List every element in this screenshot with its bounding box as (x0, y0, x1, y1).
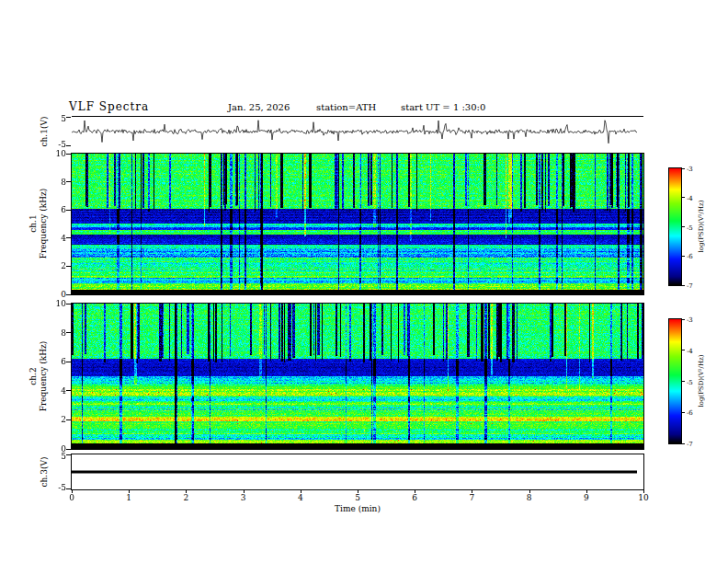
xtick-label: 8 (520, 493, 539, 502)
xtick-label: 0 (63, 493, 81, 502)
spec1-ytick-label: 10 (42, 149, 66, 158)
xtick-mark (129, 489, 130, 493)
ch1-spec-ylabel: ch.1 Frequency (kHz) (28, 189, 49, 259)
colorbar-1-tick-label: -4 (687, 194, 693, 203)
spec2-ytick-mark (66, 362, 71, 362)
colorbar-2-canvas (668, 318, 682, 444)
spec2-ytick-mark (66, 304, 71, 304)
ch3-waveform-canvas (71, 454, 644, 490)
figure-title: VLF Spectra (69, 100, 149, 113)
spec1-ytick-label: 4 (42, 234, 66, 243)
ch1-waveform-canvas (72, 116, 643, 146)
xtick-label: 1 (119, 493, 138, 502)
wave1-ytick-bottom-mark (66, 145, 71, 146)
wave1-ytick-top-label: 5 (42, 114, 66, 123)
xtick-mark (529, 489, 530, 493)
wave3-ytick-top-label: 5 (42, 452, 66, 461)
spec2-ytick-label: 2 (42, 415, 66, 424)
colorbar-1-tick-mark (681, 256, 685, 257)
wave3-ytick-bottom-mark (66, 488, 71, 489)
spec2-ytick-label: 10 (42, 299, 66, 308)
spec1-ytick-mark (66, 181, 71, 182)
spec1-ytick-label: 6 (42, 205, 66, 214)
spec1-ytick-mark (66, 266, 71, 267)
colorbar-2-tick-mark (681, 381, 685, 382)
xtick-mark (186, 489, 187, 493)
xtick-mark (472, 489, 472, 493)
colorbar-1-tick-label: -3 (687, 165, 693, 174)
wave3-ytick-bottom-label: -5 (42, 483, 66, 492)
colorbar-1-canvas (668, 167, 682, 286)
vlf-spectra-figure: VLF Spectra Jan. 25, 2026 station=ATH st… (0, 0, 728, 563)
colorbar-1-tick-mark (681, 226, 685, 227)
xtick-label: 6 (405, 493, 424, 502)
xtick-mark (415, 489, 415, 493)
xtick-mark (358, 489, 358, 493)
colorbar-2-tick-mark (681, 443, 685, 444)
spec2-ytick-mark (66, 332, 71, 333)
spec1-ytick-label: 2 (42, 261, 66, 270)
xtick-label: 4 (291, 493, 310, 502)
xtick-mark (643, 489, 644, 493)
ch2-spectrogram-canvas (71, 303, 644, 450)
colorbar-1-tick-label: -5 (687, 224, 693, 233)
date-label: Jan. 25, 2026 (228, 102, 290, 112)
colorbar-2-tick-label: -6 (687, 408, 693, 418)
colorbar-2-tick-mark (681, 319, 685, 320)
xtick-label: 2 (176, 493, 195, 502)
start-ut-label: start UT = 1 :30:0 (401, 102, 485, 112)
colorbar-2-tick-label: -7 (687, 440, 693, 449)
xtick-label: 10 (634, 493, 653, 502)
colorbar-2-tick-label: -4 (687, 347, 693, 356)
xtick-label: 5 (348, 493, 367, 502)
spec2-ytick-label: 8 (42, 328, 66, 338)
xtick-mark (586, 489, 587, 493)
spec2-ytick-mark (66, 419, 71, 420)
colorbar-2-tick-label: -5 (687, 378, 693, 387)
colorbar-1-tick-mark (681, 197, 685, 198)
station-label: station=ATH (316, 102, 376, 112)
spec1-ytick-mark (66, 210, 71, 211)
colorbar-2-tick-mark (681, 350, 685, 350)
wave1-ytick-top-mark (66, 117, 71, 118)
colorbar-2-tick-mark (681, 412, 685, 413)
colorbar-1-tick-mark (681, 285, 685, 286)
spec2-ytick-label: 6 (42, 357, 66, 366)
xtick-label: 3 (234, 493, 253, 502)
colorbar-2-label: log(PSD)(V²/Hz) (698, 355, 705, 408)
colorbar-1-tick-label: -6 (687, 252, 693, 261)
ch2-spec-ylabel: ch.2 Frequency (kHz) (28, 341, 49, 412)
wave3-ytick-top-mark (66, 454, 71, 455)
ch1-spectrogram-canvas (71, 153, 644, 295)
spec1-ytick-label: 0 (42, 290, 66, 299)
x-axis-label: Time (min) (321, 504, 394, 513)
colorbar-1-tick-label: -7 (687, 282, 693, 291)
spec1-ytick-label: 8 (42, 178, 66, 187)
spec2-ytick-label: 4 (42, 386, 66, 396)
xtick-label: 9 (577, 493, 596, 502)
spec1-ytick-mark (66, 154, 71, 155)
colorbar-1-tick-mark (681, 168, 685, 169)
spec1-ytick-mark (66, 237, 71, 238)
spec2-ytick-mark (66, 449, 71, 450)
spec2-ytick-mark (66, 390, 71, 391)
spec1-ytick-mark (66, 294, 71, 295)
xtick-mark (244, 489, 245, 493)
colorbar-1-label: log(PSD)(V²/Hz) (698, 201, 705, 253)
xtick-label: 7 (462, 493, 481, 502)
xtick-mark (301, 489, 301, 493)
wave1-ytick-bottom-label: -5 (42, 140, 66, 149)
xtick-mark (72, 489, 73, 493)
colorbar-2-tick-label: -3 (687, 316, 693, 325)
